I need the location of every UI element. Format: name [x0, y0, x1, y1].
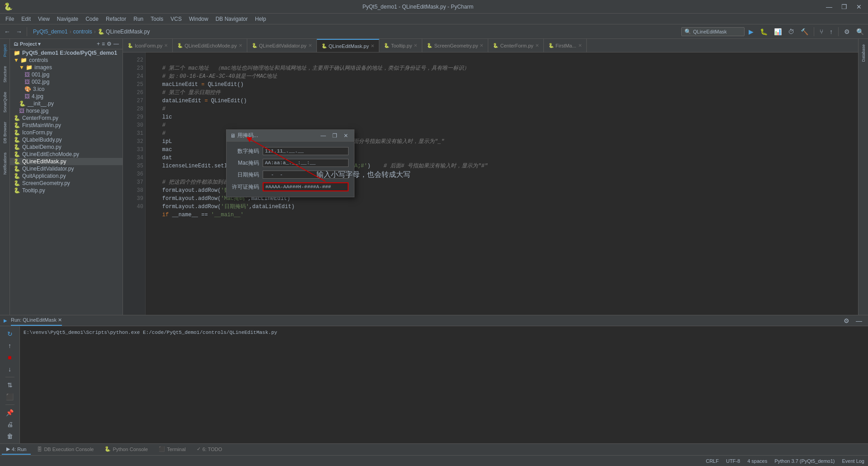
- menu-refactor[interactable]: Refactor: [102, 15, 130, 23]
- menu-tools[interactable]: Tools: [147, 15, 167, 23]
- tree-file-screengeometry[interactable]: 🐍 ScreenGeometry.py: [10, 180, 123, 187]
- menu-view[interactable]: View: [34, 15, 53, 23]
- status-event-log[interactable]: Event Log: [842, 458, 864, 464]
- search-everywhere-button[interactable]: 🔍: [854, 27, 866, 37]
- sidebar-new-icon[interactable]: +: [97, 41, 100, 47]
- tab-tooltip[interactable]: 🐍 Tooltip.py ✕: [379, 39, 422, 52]
- tree-file-qlineeditvalidator[interactable]: 🐍 QLineEditValidator.py: [10, 165, 123, 172]
- status-python-version[interactable]: Python 3.7 (PyQt5_demo1): [774, 458, 835, 464]
- dialog-input-numeric[interactable]: [263, 147, 349, 155]
- run-button[interactable]: ▶: [746, 27, 756, 37]
- tab-firstma[interactable]: 🐍 FirstMa... ✕: [544, 39, 587, 52]
- toolbar-forward-button[interactable]: →: [14, 27, 24, 37]
- tree-images-folder[interactable]: ▼ 📁 images: [10, 64, 123, 71]
- tab-qlineeditmask-close[interactable]: ✕: [371, 43, 374, 48]
- tab-qlineeditmask[interactable]: 🐍 QLineEditMask.py ✕: [317, 39, 379, 52]
- tab-tooltip-close[interactable]: ✕: [414, 43, 417, 48]
- tree-file-002jpg[interactable]: 🖼 002.jpg: [10, 78, 123, 86]
- bottom-tab-todo[interactable]: ✓ 6: TODO: [192, 444, 227, 455]
- menu-vcs[interactable]: VCS: [167, 15, 185, 23]
- status-encoding[interactable]: UTF-8: [726, 458, 740, 464]
- close-button[interactable]: ✕: [854, 2, 864, 11]
- minimize-button[interactable]: —: [823, 2, 835, 11]
- bottom-tab-run[interactable]: ▶ 4: Run: [2, 444, 31, 455]
- bottom-tab-terminal[interactable]: ⬛ Terminal: [154, 444, 190, 455]
- tree-file-qlabelbuddy[interactable]: 🐍 QLabelBuddy.py: [10, 136, 123, 143]
- bottom-panel-close[interactable]: —: [854, 316, 864, 326]
- tree-file-3ico[interactable]: 🎨 3.ico: [10, 86, 123, 93]
- maximize-button[interactable]: ❐: [839, 2, 850, 11]
- menu-navigate[interactable]: Navigate: [53, 15, 82, 23]
- tree-file-firstmainwin[interactable]: 🐍 FirstMainWin.py: [10, 122, 123, 129]
- tab-iconform[interactable]: 🐍 IconForm.py ✕: [123, 39, 173, 52]
- tree-file-qlineediteechomode[interactable]: 🐍 QLineEditEchoMode.py: [10, 151, 123, 158]
- tree-file-4jpg[interactable]: 🖼 4.jpg: [10, 93, 123, 100]
- tree-file-horsejpg[interactable]: 🖼 horse.jpg: [10, 107, 123, 114]
- breadcrumb-project[interactable]: PyQt5_demo1: [33, 29, 68, 35]
- run-sort-button[interactable]: ⇅: [6, 380, 14, 390]
- build-button[interactable]: 🔨: [798, 27, 811, 37]
- tab-qlineeditvalidator-close[interactable]: ✕: [308, 43, 312, 48]
- git-button[interactable]: ⑂: [817, 27, 826, 37]
- run-print-button[interactable]: 🖨: [5, 419, 14, 429]
- right-tab-database[interactable]: Database: [860, 41, 867, 66]
- run-rerun-button[interactable]: ↻: [6, 329, 14, 339]
- menu-help[interactable]: Help: [251, 15, 270, 23]
- tree-controls-folder[interactable]: ▼ 📁 controls: [10, 57, 123, 64]
- dialog-restore-button[interactable]: ❐: [330, 132, 340, 139]
- run-down-button[interactable]: ↓: [7, 364, 13, 374]
- menu-edit[interactable]: Edit: [18, 15, 34, 23]
- run-up-button[interactable]: ↑: [7, 341, 13, 351]
- status-line-endings[interactable]: CRLF: [706, 458, 719, 464]
- run-filter-button[interactable]: ⬛: [5, 392, 15, 402]
- tab-qlineeditechomode-close[interactable]: ✕: [239, 43, 242, 48]
- tab-centerform[interactable]: 🐍 CenterForm.py ✕: [488, 39, 543, 52]
- tree-file-quitapplication[interactable]: 🐍 QuitApplication.py: [10, 172, 123, 180]
- left-tab-project[interactable]: Project: [1, 41, 9, 61]
- run-with-coverage-button[interactable]: 📊: [772, 27, 784, 37]
- tree-file-001jpg[interactable]: 🖼 001.jpg: [10, 71, 123, 78]
- tree-file-centerform[interactable]: 🐍 CenterForm.py: [10, 114, 123, 122]
- run-stop-button[interactable]: ■: [6, 352, 13, 362]
- tab-qlineeditechomode[interactable]: 🐍 QLineEditEchoMode.py ✕: [173, 39, 247, 52]
- bottom-tab-run-label[interactable]: Run: QLineEditMask ✕: [11, 315, 62, 326]
- run-output[interactable]: E:\venvs\PyQt5_demo1\Scripts\python.exe …: [20, 326, 868, 455]
- left-tab-notifications[interactable]: Notifications: [1, 149, 9, 178]
- settings-button[interactable]: ⚙: [842, 27, 852, 37]
- tab-qlineeditvalidator[interactable]: 🐍 QLineEditValidator.py ✕: [247, 39, 317, 52]
- sidebar-close-icon[interactable]: —: [113, 41, 119, 47]
- tab-firstma-close[interactable]: ✕: [578, 43, 582, 48]
- menu-run[interactable]: Run: [130, 15, 147, 23]
- dialog-input-license[interactable]: [263, 182, 349, 191]
- run-pin-button[interactable]: 📌: [5, 408, 15, 418]
- bottom-tab-python-console[interactable]: 🐍 Python Console: [100, 444, 152, 455]
- vcs-button[interactable]: ↑: [827, 27, 835, 37]
- dialog-minimize-button[interactable]: —: [318, 132, 328, 139]
- menu-db-navigator[interactable]: DB Navigator: [212, 15, 251, 23]
- menu-code[interactable]: Code: [82, 15, 102, 23]
- tab-iconform-close[interactable]: ✕: [164, 43, 168, 48]
- run-trash-button[interactable]: 🗑: [5, 431, 14, 441]
- sidebar-settings-icon[interactable]: ⚙: [107, 41, 112, 47]
- tree-file-iconform[interactable]: 🐍 IconForm.py: [10, 129, 123, 136]
- tab-centerform-close[interactable]: ✕: [535, 43, 539, 48]
- tab-screengeometry-close[interactable]: ✕: [480, 43, 483, 48]
- breadcrumb-folder[interactable]: controls: [73, 29, 92, 35]
- tree-file-tooltip[interactable]: 🐍 Tooltip.py: [10, 187, 123, 194]
- debug-button[interactable]: 🐛: [758, 27, 770, 37]
- tree-file-qlabeldemo[interactable]: 🐍 QLabelDemo.py: [10, 143, 123, 151]
- left-tab-db[interactable]: DB Browser: [1, 118, 9, 147]
- tab-screengeometry[interactable]: 🐍 ScreenGeometry.py ✕: [422, 39, 488, 52]
- sidebar-collapse-icon[interactable]: ≡: [102, 41, 105, 47]
- bottom-tab-db-console[interactable]: 🗄 DB Execution Console: [33, 445, 98, 455]
- left-tab-structure[interactable]: Structure: [1, 62, 9, 86]
- dialog-close-button[interactable]: ✕: [341, 132, 350, 139]
- toolbar-back-button[interactable]: ←: [2, 27, 13, 37]
- dialog-input-mac[interactable]: [263, 159, 349, 167]
- dialog-input-date[interactable]: [263, 171, 349, 179]
- menu-window[interactable]: Window: [185, 15, 212, 23]
- profile-button[interactable]: ⏱: [786, 27, 797, 37]
- menu-file[interactable]: File: [2, 15, 18, 23]
- tree-root[interactable]: 📁 PyQt5_demo1 E:/code/PyQt5_demo1: [10, 49, 123, 57]
- status-indent[interactable]: 4 spaces: [747, 458, 767, 464]
